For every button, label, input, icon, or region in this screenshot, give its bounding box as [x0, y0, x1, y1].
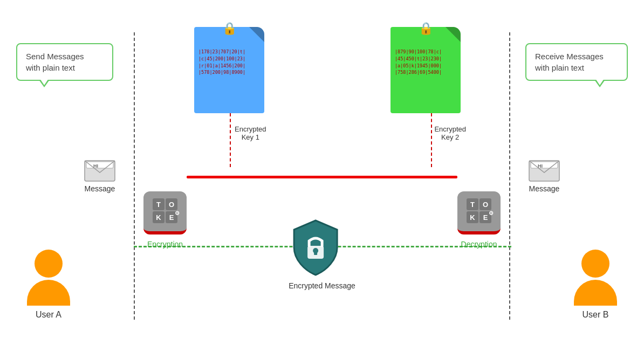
- key1-label: Encrypted Key 1: [235, 125, 266, 141]
- encrypted-message-label: Encrypted Message: [289, 281, 355, 290]
- lock-icon-green: 🔒: [419, 19, 433, 37]
- envelope-left-label: Message: [85, 184, 115, 193]
- decryption-label: Decryption: [457, 240, 501, 249]
- envelope-left-icon: HI: [84, 156, 116, 183]
- bubble-right-text: Receive Messages with plain text: [535, 52, 604, 72]
- user-a-body: [27, 280, 70, 306]
- bubble-left-text: Send Messages with plain text: [26, 52, 84, 72]
- dec-letter-K: K: [467, 211, 478, 223]
- shield-icon: Encrypted Message: [289, 218, 355, 290]
- speech-bubble-right: Receive Messages with plain text: [525, 43, 628, 81]
- encryption-label: Encryption: [143, 240, 187, 249]
- speech-bubble-left: Send Messages with plain text: [16, 43, 113, 81]
- user-b-figure: User B: [574, 250, 617, 320]
- enc-letter-K: K: [153, 211, 165, 223]
- enc-letter-T: T: [153, 198, 165, 210]
- shield-svg: [289, 218, 342, 277]
- dec-letter-T: T: [467, 198, 478, 210]
- dashed-line-right: [509, 32, 510, 320]
- lock-icon-blue: 🔒: [222, 19, 237, 37]
- user-b-body: [574, 280, 617, 306]
- decryption-box: T O K E ⚙: [457, 191, 501, 234]
- key2-label: Encrypted Key 2: [434, 125, 466, 141]
- dec-letter-E: E ⚙: [479, 211, 491, 223]
- envelope-right-icon: HI: [528, 156, 560, 183]
- encrypted-key-1-card: 🔒 |178|23|707|20|t| |c|45|200|100|23| |r…: [194, 27, 264, 113]
- user-a-label: User A: [36, 310, 61, 320]
- main-diagram: Send Messages with plain text Receive Me…: [0, 0, 644, 352]
- envelope-left: HI Message: [84, 156, 116, 193]
- doc-blue-text: |178|23|707|20|t| |c|45|200|100|23| |r|0…: [198, 49, 260, 76]
- encrypted-key-2-card: 🔒 |879|90|100|78|c| |45|450|t|23|230| |a…: [390, 27, 461, 113]
- encryption-box: T O K E ⚙: [143, 191, 187, 234]
- user-b-head: [581, 250, 609, 278]
- key2-connection-line: [431, 113, 432, 167]
- dashed-line-left: [134, 32, 135, 320]
- encryption-letters: T O K E ⚙: [153, 198, 177, 223]
- envelope-right: HI Message: [528, 156, 560, 193]
- enc-letter-E: E ⚙: [166, 211, 177, 223]
- envelope-right-label: Message: [529, 184, 560, 193]
- dec-letter-O: O: [479, 198, 491, 210]
- svg-rect-8: [314, 251, 317, 255]
- doc-green-text: |879|90|100|78|c| |45|450|t|23|230| |a|0…: [395, 49, 456, 76]
- user-b-label: User B: [583, 310, 609, 320]
- enc-letter-O: O: [166, 198, 177, 210]
- key1-connection-line: [230, 113, 231, 167]
- user-a-figure: User A: [27, 250, 70, 320]
- decryption-letters: T O K E ⚙: [467, 198, 491, 223]
- user-a-head: [35, 250, 63, 278]
- red-channel-line: [187, 176, 457, 178]
